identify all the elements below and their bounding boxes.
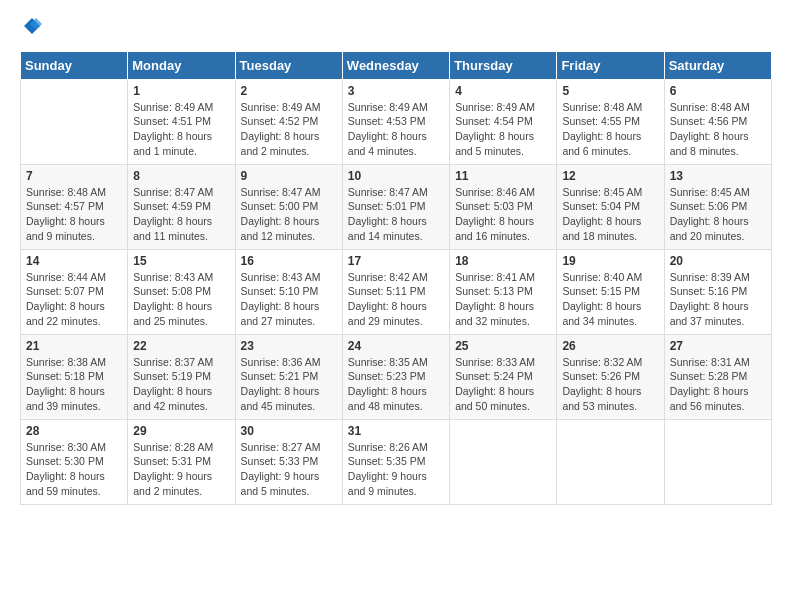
day-cell: 2Sunrise: 8:49 AM Sunset: 4:52 PM Daylig… [235, 79, 342, 164]
day-cell: 6Sunrise: 8:48 AM Sunset: 4:56 PM Daylig… [664, 79, 771, 164]
col-header-tuesday: Tuesday [235, 51, 342, 79]
day-info: Sunrise: 8:47 AM Sunset: 5:01 PM Dayligh… [348, 185, 444, 244]
day-number: 25 [455, 339, 551, 353]
day-cell: 28Sunrise: 8:30 AM Sunset: 5:30 PM Dayli… [21, 419, 128, 504]
day-cell: 22Sunrise: 8:37 AM Sunset: 5:19 PM Dayli… [128, 334, 235, 419]
day-cell: 7Sunrise: 8:48 AM Sunset: 4:57 PM Daylig… [21, 164, 128, 249]
day-info: Sunrise: 8:49 AM Sunset: 4:51 PM Dayligh… [133, 100, 229, 159]
day-info: Sunrise: 8:45 AM Sunset: 5:04 PM Dayligh… [562, 185, 658, 244]
day-cell: 1Sunrise: 8:49 AM Sunset: 4:51 PM Daylig… [128, 79, 235, 164]
day-number: 9 [241, 169, 337, 183]
day-cell: 13Sunrise: 8:45 AM Sunset: 5:06 PM Dayli… [664, 164, 771, 249]
day-cell: 17Sunrise: 8:42 AM Sunset: 5:11 PM Dayli… [342, 249, 449, 334]
day-number: 4 [455, 84, 551, 98]
day-number: 16 [241, 254, 337, 268]
day-number: 21 [26, 339, 122, 353]
day-cell: 9Sunrise: 8:47 AM Sunset: 5:00 PM Daylig… [235, 164, 342, 249]
day-info: Sunrise: 8:32 AM Sunset: 5:26 PM Dayligh… [562, 355, 658, 414]
day-cell: 19Sunrise: 8:40 AM Sunset: 5:15 PM Dayli… [557, 249, 664, 334]
day-cell [450, 419, 557, 504]
day-cell: 29Sunrise: 8:28 AM Sunset: 5:31 PM Dayli… [128, 419, 235, 504]
day-info: Sunrise: 8:31 AM Sunset: 5:28 PM Dayligh… [670, 355, 766, 414]
day-number: 28 [26, 424, 122, 438]
col-header-monday: Monday [128, 51, 235, 79]
col-header-wednesday: Wednesday [342, 51, 449, 79]
day-number: 8 [133, 169, 229, 183]
week-row-0: 1Sunrise: 8:49 AM Sunset: 4:51 PM Daylig… [21, 79, 772, 164]
day-number: 29 [133, 424, 229, 438]
day-cell [21, 79, 128, 164]
day-number: 19 [562, 254, 658, 268]
day-info: Sunrise: 8:49 AM Sunset: 4:53 PM Dayligh… [348, 100, 444, 159]
day-info: Sunrise: 8:49 AM Sunset: 4:54 PM Dayligh… [455, 100, 551, 159]
day-cell: 18Sunrise: 8:41 AM Sunset: 5:13 PM Dayli… [450, 249, 557, 334]
day-cell: 27Sunrise: 8:31 AM Sunset: 5:28 PM Dayli… [664, 334, 771, 419]
day-number: 18 [455, 254, 551, 268]
day-number: 5 [562, 84, 658, 98]
day-number: 24 [348, 339, 444, 353]
day-number: 11 [455, 169, 551, 183]
day-info: Sunrise: 8:49 AM Sunset: 4:52 PM Dayligh… [241, 100, 337, 159]
day-info: Sunrise: 8:42 AM Sunset: 5:11 PM Dayligh… [348, 270, 444, 329]
day-cell: 30Sunrise: 8:27 AM Sunset: 5:33 PM Dayli… [235, 419, 342, 504]
day-number: 3 [348, 84, 444, 98]
day-number: 13 [670, 169, 766, 183]
day-info: Sunrise: 8:43 AM Sunset: 5:08 PM Dayligh… [133, 270, 229, 329]
day-number: 23 [241, 339, 337, 353]
day-number: 26 [562, 339, 658, 353]
day-number: 14 [26, 254, 122, 268]
day-info: Sunrise: 8:26 AM Sunset: 5:35 PM Dayligh… [348, 440, 444, 499]
day-cell: 21Sunrise: 8:38 AM Sunset: 5:18 PM Dayli… [21, 334, 128, 419]
day-number: 6 [670, 84, 766, 98]
col-header-saturday: Saturday [664, 51, 771, 79]
day-cell: 15Sunrise: 8:43 AM Sunset: 5:08 PM Dayli… [128, 249, 235, 334]
day-info: Sunrise: 8:43 AM Sunset: 5:10 PM Dayligh… [241, 270, 337, 329]
logo [20, 16, 42, 41]
day-info: Sunrise: 8:47 AM Sunset: 4:59 PM Dayligh… [133, 185, 229, 244]
day-info: Sunrise: 8:35 AM Sunset: 5:23 PM Dayligh… [348, 355, 444, 414]
day-number: 1 [133, 84, 229, 98]
day-cell: 11Sunrise: 8:46 AM Sunset: 5:03 PM Dayli… [450, 164, 557, 249]
day-info: Sunrise: 8:48 AM Sunset: 4:57 PM Dayligh… [26, 185, 122, 244]
day-info: Sunrise: 8:47 AM Sunset: 5:00 PM Dayligh… [241, 185, 337, 244]
day-number: 15 [133, 254, 229, 268]
day-number: 12 [562, 169, 658, 183]
col-header-friday: Friday [557, 51, 664, 79]
day-info: Sunrise: 8:33 AM Sunset: 5:24 PM Dayligh… [455, 355, 551, 414]
logo-icon [22, 16, 42, 36]
day-number: 22 [133, 339, 229, 353]
day-cell: 16Sunrise: 8:43 AM Sunset: 5:10 PM Dayli… [235, 249, 342, 334]
day-number: 27 [670, 339, 766, 353]
week-row-2: 14Sunrise: 8:44 AM Sunset: 5:07 PM Dayli… [21, 249, 772, 334]
week-row-1: 7Sunrise: 8:48 AM Sunset: 4:57 PM Daylig… [21, 164, 772, 249]
day-cell: 24Sunrise: 8:35 AM Sunset: 5:23 PM Dayli… [342, 334, 449, 419]
day-cell: 31Sunrise: 8:26 AM Sunset: 5:35 PM Dayli… [342, 419, 449, 504]
day-number: 20 [670, 254, 766, 268]
day-cell: 25Sunrise: 8:33 AM Sunset: 5:24 PM Dayli… [450, 334, 557, 419]
calendar-table: SundayMondayTuesdayWednesdayThursdayFrid… [20, 51, 772, 505]
day-cell: 10Sunrise: 8:47 AM Sunset: 5:01 PM Dayli… [342, 164, 449, 249]
day-info: Sunrise: 8:30 AM Sunset: 5:30 PM Dayligh… [26, 440, 122, 499]
day-info: Sunrise: 8:36 AM Sunset: 5:21 PM Dayligh… [241, 355, 337, 414]
day-cell: 5Sunrise: 8:48 AM Sunset: 4:55 PM Daylig… [557, 79, 664, 164]
day-info: Sunrise: 8:28 AM Sunset: 5:31 PM Dayligh… [133, 440, 229, 499]
week-row-3: 21Sunrise: 8:38 AM Sunset: 5:18 PM Dayli… [21, 334, 772, 419]
day-cell: 12Sunrise: 8:45 AM Sunset: 5:04 PM Dayli… [557, 164, 664, 249]
day-number: 10 [348, 169, 444, 183]
day-info: Sunrise: 8:48 AM Sunset: 4:56 PM Dayligh… [670, 100, 766, 159]
header [20, 16, 772, 41]
day-info: Sunrise: 8:48 AM Sunset: 4:55 PM Dayligh… [562, 100, 658, 159]
day-cell: 4Sunrise: 8:49 AM Sunset: 4:54 PM Daylig… [450, 79, 557, 164]
day-info: Sunrise: 8:45 AM Sunset: 5:06 PM Dayligh… [670, 185, 766, 244]
page: SundayMondayTuesdayWednesdayThursdayFrid… [0, 0, 792, 612]
day-number: 17 [348, 254, 444, 268]
day-cell: 8Sunrise: 8:47 AM Sunset: 4:59 PM Daylig… [128, 164, 235, 249]
day-number: 31 [348, 424, 444, 438]
day-cell [664, 419, 771, 504]
day-info: Sunrise: 8:40 AM Sunset: 5:15 PM Dayligh… [562, 270, 658, 329]
week-row-4: 28Sunrise: 8:30 AM Sunset: 5:30 PM Dayli… [21, 419, 772, 504]
day-info: Sunrise: 8:38 AM Sunset: 5:18 PM Dayligh… [26, 355, 122, 414]
day-cell: 3Sunrise: 8:49 AM Sunset: 4:53 PM Daylig… [342, 79, 449, 164]
day-cell: 26Sunrise: 8:32 AM Sunset: 5:26 PM Dayli… [557, 334, 664, 419]
day-info: Sunrise: 8:27 AM Sunset: 5:33 PM Dayligh… [241, 440, 337, 499]
